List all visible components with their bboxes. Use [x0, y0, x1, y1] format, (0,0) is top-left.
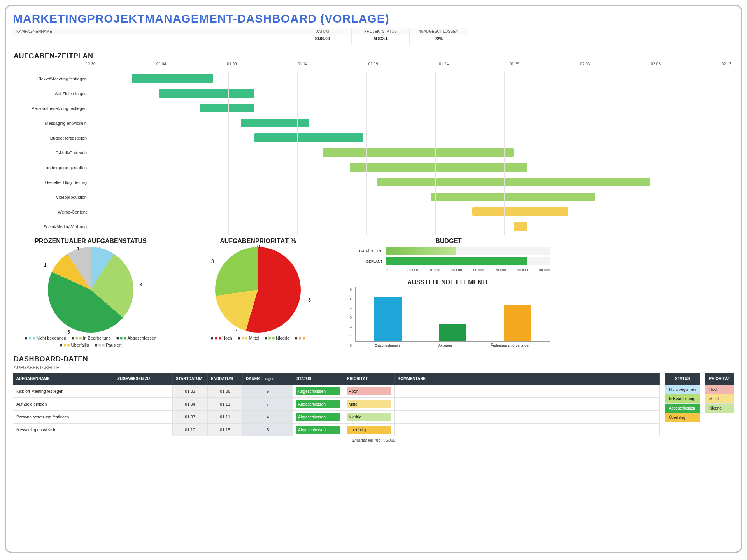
status-legend-complete: Abgeschlossen: [665, 404, 700, 413]
table-cell-assigned[interactable]: [114, 411, 173, 424]
dashboard-frame: MARKETINGPROJEKTMANAGEMENT-DASHBOARD (VO…: [5, 5, 742, 553]
prio-legend-header: PRIORITÄT: [705, 373, 734, 385]
budget-axis: 20.00030.00040.00050.00060.00070.00080.0…: [386, 268, 550, 272]
status-pie: [48, 247, 133, 332]
prio-legend-low: Niedrig: [705, 404, 734, 413]
gantt-title: AUFGABEN-ZEITPLAN: [14, 52, 734, 60]
prio-legend-mid: Mittel: [705, 394, 734, 404]
table-cell-comments[interactable]: [395, 411, 660, 424]
hdr-pct-value[interactable]: 72%: [410, 35, 468, 45]
budget-actual-row: TATSÄCHLICH: [347, 246, 550, 256]
status-pie-title: PROZENTUALER AUFGABENSTATUS: [13, 238, 168, 245]
th-end: ENDDATUM: [208, 373, 243, 385]
table-cell-task[interactable]: Kick-off-Meeting festlegen: [13, 385, 114, 398]
table-cell-task[interactable]: Auf Ziele einigen: [13, 398, 114, 411]
budget-planned-label: GEPLANT: [347, 259, 382, 263]
status-legend: ■ Nicht begonnen■ In Bearbeitung■ Abgesc…: [13, 336, 168, 347]
outstanding-y-axis: 6543210: [350, 287, 352, 347]
th-prio: PRIORITÄT: [344, 373, 395, 385]
table-cell-status[interactable]: Abgeschlossen: [293, 424, 344, 436]
priority-pie-box: AUFGABENPRIORITÄT % 0 3 2 6 ■ Hoch■ Mitt…: [180, 238, 336, 340]
table-cell-task[interactable]: Personalbesetzung festlegen: [13, 411, 114, 424]
table-cell-assigned[interactable]: [114, 424, 173, 436]
priority-pie: [215, 247, 301, 332]
hdr-name-value[interactable]: [13, 35, 293, 45]
prio-legend-high: Hoch: [705, 385, 734, 394]
table-cell-dur[interactable]: 4: [243, 411, 293, 424]
table-cell-start[interactable]: 01.07: [173, 411, 208, 424]
table-subtitle: AUFGABENTABELLE: [14, 365, 734, 370]
th-task: AUFGABENNAME: [13, 373, 114, 385]
outstanding-bars: [355, 287, 550, 342]
footer-text: Smartsheet Inc. ©2025: [13, 438, 734, 443]
priority-legend: ■ Hoch■ Mittel■ Niedrig■: [180, 336, 336, 340]
table-cell-dur[interactable]: 7: [243, 398, 293, 411]
task-table: AUFGABENNAME ZUGEWIESEN ZU STARTDATUM EN…: [13, 373, 660, 436]
table-cell-comments[interactable]: [395, 424, 660, 436]
hdr-date-value[interactable]: 00.00.00: [293, 35, 351, 45]
status-legend-overdue: Überfällig: [665, 413, 700, 422]
outstanding-title: AUSSTEHENDE ELEMENTE: [347, 279, 550, 286]
table-cell-comments[interactable]: [395, 385, 660, 398]
hdr-status-value[interactable]: IM SOLL: [351, 35, 410, 45]
table-cell-task[interactable]: Messaging entwickeln: [13, 424, 114, 436]
table-cell-assigned[interactable]: [114, 398, 173, 411]
bar-changes: [504, 305, 531, 341]
table-cell-end[interactable]: 01.11: [208, 411, 243, 424]
header-values-row: 00.00.00 IM SOLL 72%: [13, 35, 734, 45]
pie2-lbl-a: 0: [257, 244, 260, 249]
outstanding-x-labels: Entscheidungen Aktionen Änderungsanforde…: [355, 342, 550, 347]
table-cell-status[interactable]: Abgeschlossen: [293, 385, 344, 398]
pie1-lbl-d: 3: [139, 282, 142, 287]
th-assigned: ZUGEWIESEN ZU: [114, 373, 173, 385]
pie2-lbl-d: 6: [308, 298, 311, 303]
hdr-name-label: KAMPAGNENNAME: [13, 28, 293, 35]
table-cell-end[interactable]: 01.08: [208, 385, 243, 398]
pie1-lbl-e: 5: [67, 329, 70, 335]
page-title: MARKETINGPROJEKTMANAGEMENT-DASHBOARD (VO…: [13, 12, 734, 25]
th-dur: DAUER in Tagen: [243, 373, 293, 385]
table-cell-prio[interactable]: Überfällig: [344, 424, 395, 436]
table-cell-start[interactable]: 01.04: [173, 398, 208, 411]
tables-row: AUFGABENNAME ZUGEWIESEN ZU STARTDATUM EN…: [13, 373, 734, 436]
table-cell-prio[interactable]: Hoch: [344, 385, 395, 398]
gantt-chart: 12.3001.0401.0901.1401.1901.2401.2902.03…: [13, 62, 734, 233]
right-charts: BUDGET TATSÄCHLICH GEPLANT 20.00030.0004…: [347, 238, 550, 347]
status-legend-notstarted: Nicht begonnen: [665, 385, 700, 394]
th-comments: KOMMENTARE: [395, 373, 660, 385]
pie1-lbl-b: 1: [77, 246, 80, 252]
status-legend-inprogress: In Bearbeitung: [665, 394, 700, 404]
table-cell-end[interactable]: 01.11: [208, 398, 243, 411]
table-cell-start[interactable]: 01.10: [173, 424, 208, 436]
status-legend-table: STATUS Nicht begonnen In Bearbeitung Abg…: [665, 373, 700, 422]
budget-actual-label: TATSÄCHLICH: [347, 249, 382, 253]
charts-row: PROZENTUALER AUFGABENSTATUS 1 1 1 3 5 ■ …: [13, 238, 734, 347]
header-labels-row: KAMPAGNENNAME DATUM PROJEKTSTATUS % ABGE…: [13, 28, 734, 35]
table-cell-dur[interactable]: 6: [243, 385, 293, 398]
th-start: STARTDATUM: [173, 373, 208, 385]
pie2-lbl-c: 2: [235, 328, 237, 333]
hdr-date-label: DATUM: [293, 28, 351, 35]
hdr-status-label: PROJEKTSTATUS: [351, 28, 410, 35]
status-pie-box: PROZENTUALER AUFGABENSTATUS 1 1 1 3 5 ■ …: [13, 238, 168, 347]
table-cell-end[interactable]: 01.15: [208, 424, 243, 436]
table-cell-status[interactable]: Abgeschlossen: [293, 398, 344, 411]
pie1-lbl-a: 1: [98, 246, 101, 252]
bar-decisions: [374, 297, 402, 341]
hdr-pct-label: % ABGESCHLOSSEN: [410, 28, 468, 35]
table-cell-dur[interactable]: 5: [243, 424, 293, 436]
table-cell-start[interactable]: 01.02: [173, 385, 208, 398]
status-legend-header: STATUS: [665, 373, 700, 385]
prio-legend-table: PRIORITÄT Hoch Mittel Niedrig: [705, 373, 734, 413]
table-cell-comments[interactable]: [395, 398, 660, 411]
data-section-title: DASHBOARD-DATEN: [14, 355, 734, 363]
th-status: STATUS: [293, 373, 344, 385]
table-cell-prio[interactable]: Niedrig: [344, 411, 395, 424]
pie1-lbl-c: 1: [44, 262, 47, 268]
table-cell-status[interactable]: Abgeschlossen: [293, 411, 344, 424]
table-cell-assigned[interactable]: [114, 385, 173, 398]
budget-planned-row: GEPLANT: [347, 256, 550, 266]
pie2-lbl-b: 3: [211, 259, 214, 264]
table-cell-prio[interactable]: Mittel: [344, 398, 395, 411]
bar-actions: [439, 324, 466, 341]
